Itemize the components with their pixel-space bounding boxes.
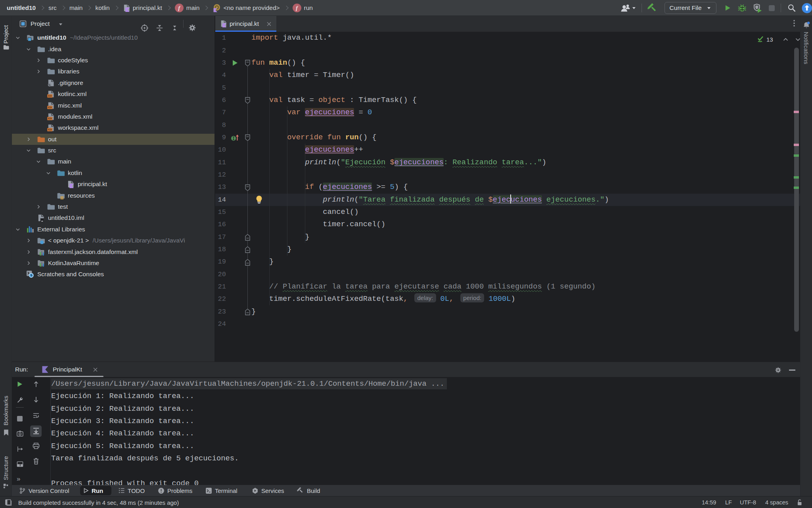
svg-text:<>: <> [48,94,52,98]
svg-text:<>: <> [48,106,52,109]
svg-text:<>: <> [48,129,52,132]
svg-text:<>: <> [48,117,52,120]
